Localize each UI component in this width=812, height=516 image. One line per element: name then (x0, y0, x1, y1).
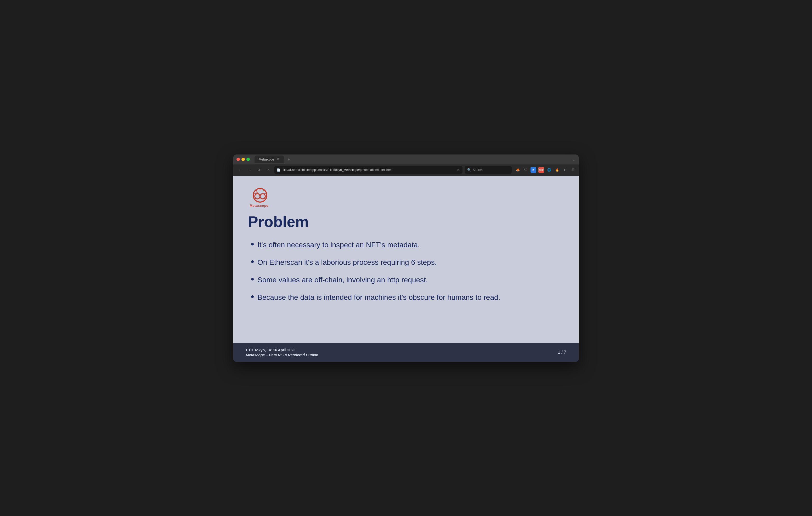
footer-page-indicator: 1 / 7 (558, 350, 566, 355)
bullet-text-2: On Etherscan it's a laborious process re… (257, 257, 437, 267)
back-button[interactable]: ← (236, 166, 244, 174)
address-text: file:///Users/kitblake/apps/hacks/ETHTok… (283, 168, 393, 172)
list-item: Some values are off-chain, involving an … (251, 275, 566, 285)
slide-title: Problem (248, 213, 566, 230)
slide-container: Metascope Problem It's often necessary t… (233, 176, 579, 343)
search-icon: 🔍 (467, 168, 471, 172)
firefox-icon[interactable]: 🦊 (515, 167, 521, 173)
footer-presentation-title: Metascope – Data NFTs Rendered Human (246, 353, 318, 357)
forward-button[interactable]: → (246, 166, 253, 174)
minimize-button[interactable] (241, 158, 245, 161)
nav-bar: ← → ↺ ⌂ 📄 file:///Users/kitblake/apps/ha… (233, 164, 579, 176)
svg-line-5 (254, 193, 256, 194)
bullet-text-3: Some values are off-chain, involving an … (257, 275, 428, 285)
document-icon: 📄 (277, 168, 281, 172)
address-bar[interactable]: 📄 file:///Users/kitblake/apps/hacks/ETHT… (274, 166, 463, 174)
svg-line-7 (256, 190, 257, 191)
bullet-dot (251, 260, 254, 263)
title-bar: Metascope ✕ + ⌄ (233, 154, 579, 164)
bullet-text-1: It's often necessary to inspect an NFT's… (257, 240, 420, 250)
extensions-bar: 🦊 🛡 K ABP 🌐 🔥 ⬆ ☰ (515, 167, 576, 173)
tab-title: Metascope (259, 158, 274, 161)
shield-icon[interactable]: 🛡 (523, 167, 528, 173)
window-chevron-icon[interactable]: ⌄ (572, 157, 576, 161)
list-item: Because the data is intended for machine… (251, 292, 566, 302)
close-button[interactable] (236, 158, 240, 161)
bullet-dot (251, 243, 254, 245)
slide-logo: Metascope (246, 184, 272, 208)
footer-event: ETH Tokyo, 14~16 April 2023 (246, 348, 318, 352)
footer-left: ETH Tokyo, 14~16 April 2023 Metascope – … (246, 348, 318, 357)
search-bar[interactable]: 🔍 Search (465, 166, 512, 174)
home-button[interactable]: ⌂ (265, 166, 272, 174)
globe-icon[interactable]: 🌐 (546, 167, 552, 173)
bullet-text-4: Because the data is intended for machine… (257, 292, 500, 302)
svg-point-10 (259, 194, 261, 196)
firefox-logo-icon[interactable]: 🔥 (554, 167, 560, 173)
list-item: It's often necessary to inspect an NFT's… (251, 240, 566, 250)
browser-window: Metascope ✕ + ⌄ ← → ↺ ⌂ 📄 file:///Users/… (233, 154, 579, 362)
new-tab-button[interactable]: + (286, 156, 292, 162)
logo-graphic (250, 184, 268, 203)
slide-bullets: It's often necessary to inspect an NFT's… (251, 240, 566, 303)
bookmark-icon[interactable]: ☆ (457, 168, 460, 172)
active-tab[interactable]: Metascope ✕ (255, 155, 284, 163)
search-placeholder: Search (473, 168, 483, 172)
svg-line-6 (264, 193, 266, 194)
traffic-lights (236, 158, 250, 161)
list-item: On Etherscan it's a laborious process re… (251, 257, 566, 267)
upload-icon[interactable]: ⬆ (562, 167, 568, 173)
menu-icon[interactable]: ☰ (570, 167, 576, 173)
maximize-button[interactable] (246, 158, 250, 161)
k-extension-icon[interactable]: K (530, 167, 536, 173)
svg-line-8 (263, 190, 264, 191)
slide-footer: ETH Tokyo, 14~16 April 2023 Metascope – … (233, 343, 579, 362)
reload-button[interactable]: ↺ (255, 166, 263, 174)
bullet-dot (251, 295, 254, 298)
svg-point-2 (260, 194, 265, 199)
abp-icon[interactable]: ABP (539, 167, 544, 173)
bullet-dot (251, 278, 254, 280)
tab-close-icon[interactable]: ✕ (276, 158, 280, 161)
tab-bar: Metascope ✕ + (255, 155, 576, 163)
